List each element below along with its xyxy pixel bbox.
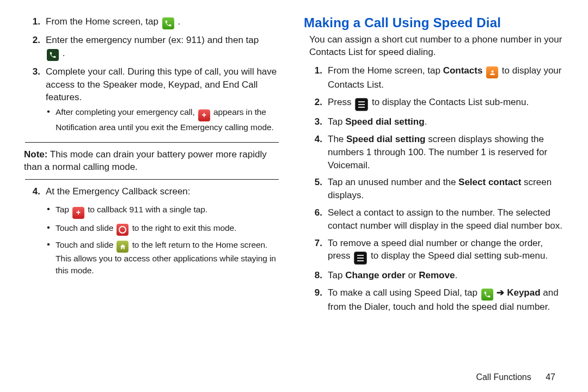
text: Complete your call. During this type of … xyxy=(46,66,277,103)
text: or xyxy=(406,270,419,280)
text: Tap xyxy=(328,270,345,280)
text: After completing your emergency call, xyxy=(56,107,197,117)
bullet-item: • Touch and slide to the left return to … xyxy=(46,239,282,277)
step-number: 5. xyxy=(304,176,324,189)
step-body: Complete your call. During this type of … xyxy=(46,65,282,137)
section-heading: Making a Call Using Speed Dial xyxy=(304,15,565,30)
step-number: 9. xyxy=(304,286,324,299)
text: Speed dial setting xyxy=(345,117,424,127)
plus-icon: + xyxy=(72,207,84,219)
text: Select contact xyxy=(458,177,521,187)
step-body: At the Emergency Callback screen: • Tap … xyxy=(46,185,282,279)
page-footer: Call Functions 47 xyxy=(476,372,555,382)
text: Change order xyxy=(345,270,406,280)
text: Touch and slide xyxy=(56,240,115,249)
bullet-icon: • xyxy=(46,222,51,236)
step-body: From the Home screen, tap . xyxy=(46,15,282,29)
text: Tap xyxy=(328,117,345,127)
divider xyxy=(25,179,279,180)
phone-icon xyxy=(162,17,174,29)
bullet-icon: • xyxy=(46,239,51,277)
bullet-icon: • xyxy=(46,106,51,133)
right-step-7: 7. To remove a speed dial number or chan… xyxy=(304,237,565,265)
step-body: Tap Change order or Remove. xyxy=(328,269,565,282)
contacts-icon xyxy=(486,66,498,78)
step-body: Select a contact to assign to the number… xyxy=(328,206,565,232)
text: Contacts xyxy=(443,65,483,76)
text: Press xyxy=(328,97,354,107)
left-step-2: 2. Enter the emergency number (ex: 911) … xyxy=(22,34,282,61)
text: From the Home screen, tap xyxy=(46,16,161,27)
bullet-body: Touch and slide to the left return to th… xyxy=(56,239,282,277)
text: Speed dial setting xyxy=(346,134,425,144)
left-step-4: 4. At the Emergency Callback screen: • T… xyxy=(22,185,282,279)
note-label: Note: xyxy=(24,149,47,160)
step-number: 8. xyxy=(304,269,324,282)
text: to display the Speed dial setting sub-me… xyxy=(371,250,548,261)
page: 1. From the Home screen, tap . 2. Enter … xyxy=(22,15,566,318)
right-step-6: 6. Select a contact to assign to the num… xyxy=(304,206,565,232)
phone-icon xyxy=(481,289,493,301)
right-step-3: 3. Tap Speed dial setting. xyxy=(304,115,565,128)
left-step-1: 1. From the Home screen, tap . xyxy=(22,15,282,29)
menu-icon xyxy=(355,98,368,111)
text: . xyxy=(177,16,180,27)
step-number: 2. xyxy=(22,34,42,47)
text: From the Home screen, tap xyxy=(328,65,443,76)
text: The xyxy=(328,134,346,144)
step-body: Tap an unused number and the Select cont… xyxy=(328,176,565,202)
step-body: To make a call using Speed Dial, tap ➔ K… xyxy=(328,286,565,314)
bullet-icon: • xyxy=(46,204,51,219)
text: to display the Contacts List sub-menu. xyxy=(372,97,529,107)
text: . xyxy=(455,270,457,280)
text: Select a contact to assign to the number… xyxy=(328,207,562,231)
right-step-4: 4. The Speed dial setting screen display… xyxy=(304,133,565,171)
text: Tap an unused number and the xyxy=(328,177,458,187)
right-step-9: 9. To make a call using Speed Dial, tap … xyxy=(304,286,565,314)
step-number: 6. xyxy=(304,206,324,219)
text: To make a call using Speed Dial, tap xyxy=(328,287,480,298)
bullet-body: Tap + to callback 911 with a single tap. xyxy=(56,204,207,219)
footer-section: Call Functions xyxy=(476,372,531,382)
right-column: Making a Call Using Speed Dial You can a… xyxy=(304,15,565,318)
text: Tap xyxy=(56,205,71,214)
step-number: 1. xyxy=(22,15,42,28)
step-body: From the Home screen, tap Contacts to di… xyxy=(328,64,565,91)
step-number: 1. xyxy=(304,64,324,77)
step-number: 4. xyxy=(22,185,42,198)
bullet-body: After completing your emergency call, + … xyxy=(56,106,282,133)
arrow-icon: ➔ xyxy=(494,287,507,298)
right-step-5: 5. Tap an unused number and the Select c… xyxy=(304,176,565,202)
phone-dark-icon xyxy=(47,49,59,61)
footer-page-number: 47 xyxy=(546,372,555,382)
text xyxy=(482,65,485,76)
text: to callback 911 with a single tap. xyxy=(88,205,207,214)
note: Note: This mode can drain your battery p… xyxy=(24,148,280,174)
bullet-item: • Touch and slide to the right to exit t… xyxy=(46,222,282,236)
right-step-1: 1. From the Home screen, tap Contacts to… xyxy=(304,64,565,91)
bullet-body: Touch and slide to the right to exit thi… xyxy=(56,222,236,236)
text: Touch and slide xyxy=(56,223,115,232)
step-body: The Speed dial setting screen displays s… xyxy=(328,133,565,171)
step-number: 2. xyxy=(304,96,324,109)
note-text: This mode can drain your battery power m… xyxy=(24,149,267,173)
left-step-3: 3. Complete your call. During this type … xyxy=(22,65,282,137)
step-number: 3. xyxy=(22,65,42,78)
text: Enter the emergency number (ex: 911) and… xyxy=(46,35,259,45)
text: At the Emergency Callback screen: xyxy=(46,186,191,197)
text: Keypad xyxy=(507,287,540,298)
plus-icon: + xyxy=(198,109,210,121)
step-number: 4. xyxy=(304,133,324,146)
step-number: 3. xyxy=(304,115,324,128)
bullet-item: • After completing your emergency call, … xyxy=(46,106,282,133)
step-body: Tap Speed dial setting. xyxy=(328,115,565,128)
text: . xyxy=(425,117,427,127)
step-body: Enter the emergency number (ex: 911) and… xyxy=(46,34,282,61)
text: . xyxy=(63,48,65,58)
text: Remove xyxy=(419,270,455,280)
bullet-item: • Tap + to callback 911 with a single ta… xyxy=(46,204,282,219)
step-body: Press to display the Contacts List sub-m… xyxy=(328,96,565,111)
step-body: To remove a speed dial number or change … xyxy=(328,237,565,265)
right-step-2: 2. Press to display the Contacts List su… xyxy=(304,96,565,111)
menu-icon xyxy=(354,252,367,265)
